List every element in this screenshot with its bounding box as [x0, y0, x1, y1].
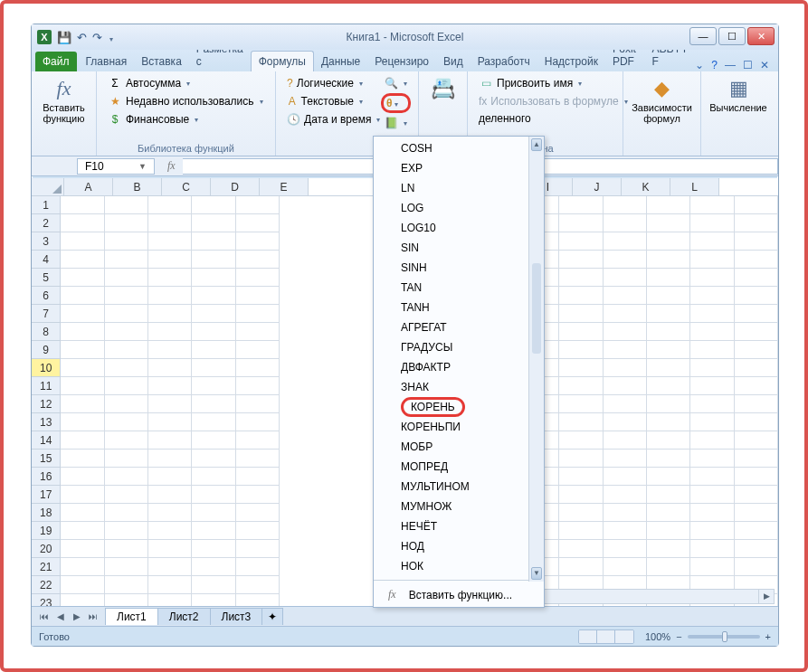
cell[interactable] — [148, 305, 192, 323]
cell[interactable] — [105, 522, 148, 540]
menu-item[interactable]: НОК — [374, 556, 528, 576]
cell[interactable] — [559, 468, 603, 486]
cell[interactable] — [192, 594, 235, 606]
row-header[interactable]: 9 — [32, 341, 61, 359]
scroll-up-icon[interactable]: ▲ — [531, 138, 542, 151]
sheet-nav-prev-icon[interactable]: ◀ — [53, 611, 68, 621]
cell[interactable] — [559, 431, 603, 450]
doc-minimize-icon[interactable]: — — [725, 59, 736, 71]
close-button[interactable]: ✕ — [747, 27, 775, 45]
sheet-nav-next-icon[interactable]: ▶ — [70, 611, 84, 621]
cell[interactable] — [690, 359, 734, 377]
column-header[interactable]: B — [113, 178, 162, 195]
cell[interactable] — [647, 196, 690, 214]
cell[interactable] — [61, 504, 104, 522]
cell[interactable] — [735, 196, 778, 214]
cell[interactable] — [559, 558, 603, 576]
row-header[interactable]: 4 — [32, 251, 61, 269]
cell[interactable] — [105, 468, 148, 486]
cell[interactable] — [647, 341, 690, 359]
sheet-tab[interactable]: Лист1 — [105, 608, 158, 625]
menu-item[interactable]: КОРЕНЬПИ — [374, 417, 528, 437]
cell[interactable] — [148, 431, 192, 450]
sheet-tab[interactable]: Лист3 — [210, 608, 263, 625]
cell[interactable] — [192, 377, 235, 395]
scroll-thumb[interactable] — [532, 263, 541, 354]
doc-restore-icon[interactable]: ☐ — [743, 59, 753, 71]
cell[interactable] — [559, 522, 603, 540]
row-header[interactable]: 22 — [32, 576, 61, 594]
cell[interactable] — [192, 341, 235, 359]
cell[interactable] — [559, 341, 603, 359]
tab-review[interactable]: Рецензиро — [367, 52, 436, 71]
cell[interactable] — [61, 269, 104, 287]
cell[interactable] — [148, 232, 192, 251]
cell[interactable] — [604, 486, 647, 504]
menu-item[interactable]: TANH — [374, 298, 528, 317]
insert-function-button[interactable]: fx Вставить функцию — [39, 75, 89, 126]
cell[interactable] — [192, 486, 235, 504]
cell[interactable] — [105, 576, 148, 594]
cell[interactable] — [690, 232, 734, 251]
cell[interactable] — [105, 287, 148, 305]
menu-scrollbar[interactable]: ▲ ▼ — [528, 137, 544, 582]
cell[interactable] — [61, 395, 104, 413]
cell[interactable] — [192, 504, 235, 522]
cell[interactable] — [192, 287, 235, 305]
cell[interactable] — [604, 232, 647, 251]
cell[interactable] — [604, 269, 647, 287]
cell[interactable] — [61, 594, 104, 606]
cell[interactable] — [690, 251, 734, 269]
row-header[interactable]: 1 — [32, 196, 61, 214]
cell[interactable] — [690, 214, 734, 232]
cell[interactable] — [192, 540, 235, 558]
recent-button[interactable]: ★Недавно использовались — [104, 93, 268, 109]
cell[interactable] — [559, 214, 603, 232]
cell[interactable] — [735, 287, 778, 305]
doc-close-icon[interactable]: ✕ — [760, 59, 769, 71]
cell[interactable] — [647, 287, 690, 305]
cell[interactable] — [559, 269, 603, 287]
scroll-right-icon[interactable]: ▶ — [758, 590, 774, 603]
create-from-selection-button[interactable]: деленного — [475, 111, 615, 126]
cell[interactable] — [192, 522, 235, 540]
cell[interactable] — [690, 540, 734, 558]
cell[interactable] — [690, 468, 734, 486]
cell[interactable] — [192, 468, 235, 486]
cell[interactable] — [148, 540, 192, 558]
cell[interactable] — [559, 413, 603, 431]
cell[interactable] — [236, 196, 280, 214]
cell[interactable] — [148, 323, 192, 341]
cell[interactable] — [690, 504, 734, 522]
sheet-nav-first-icon[interactable]: ⏮ — [37, 611, 52, 621]
menu-item[interactable]: МОБР — [374, 437, 528, 457]
cell[interactable] — [61, 287, 104, 305]
cell[interactable] — [604, 214, 647, 232]
cell[interactable] — [236, 431, 280, 450]
cell[interactable] — [690, 431, 734, 450]
cell[interactable] — [236, 377, 280, 395]
menu-item[interactable]: МОПРЕД — [374, 457, 528, 477]
tab-insert[interactable]: Вставка — [134, 52, 189, 71]
cell[interactable] — [61, 305, 104, 323]
cell[interactable] — [735, 504, 778, 522]
cell[interactable] — [61, 468, 104, 486]
cell[interactable] — [604, 450, 647, 468]
view-buttons[interactable] — [578, 629, 634, 644]
cell[interactable] — [647, 413, 690, 431]
cell[interactable] — [647, 450, 690, 468]
cell[interactable] — [690, 341, 734, 359]
cell[interactable] — [647, 251, 690, 269]
cell[interactable] — [61, 232, 104, 251]
cell[interactable] — [192, 305, 235, 323]
redo-icon[interactable]: ↷ — [92, 31, 102, 44]
undo-icon[interactable]: ↶ — [77, 31, 87, 44]
cell[interactable] — [559, 395, 603, 413]
cell[interactable] — [604, 287, 647, 305]
menu-item[interactable]: SIN — [374, 238, 528, 258]
cell[interactable] — [735, 323, 778, 341]
row-header[interactable]: 2 — [32, 214, 61, 232]
cell[interactable] — [236, 323, 280, 341]
cell[interactable] — [61, 522, 104, 540]
cell[interactable] — [735, 540, 778, 558]
